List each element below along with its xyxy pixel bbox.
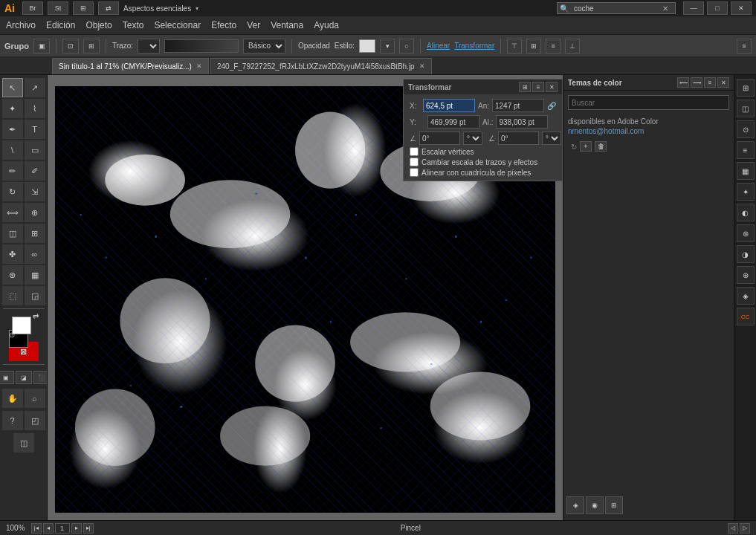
hand-tool[interactable]: ✋ — [2, 389, 23, 408]
angle1-input[interactable] — [419, 132, 460, 145]
panel-bottom-icon-3[interactable]: ⊞ — [605, 496, 623, 514]
adobe-color-link[interactable]: nmentos@hotmail.com — [568, 127, 729, 135]
paintbrush-tool[interactable]: ✏ — [2, 161, 23, 181]
selection-tool[interactable]: ↖ — [2, 78, 23, 97]
workspace-selector[interactable]: Aspectos esenciales — [123, 4, 191, 13]
far-right-icon-8[interactable]: ⊛ — [737, 224, 755, 242]
far-right-icon-6[interactable]: ✦ — [737, 183, 755, 201]
search-bar[interactable]: 🔍 ✕ — [557, 2, 676, 14]
far-right-icon-cc[interactable]: CC — [737, 308, 755, 325]
screen-mode-2[interactable]: ◪ — [16, 371, 32, 384]
minimize-button[interactable]: — — [683, 1, 704, 15]
far-right-icon-9[interactable]: ◑ — [737, 245, 755, 263]
pencil-tool[interactable]: ✐ — [25, 161, 45, 181]
far-right-icon-5[interactable]: ▦ — [737, 162, 755, 180]
stock-icon[interactable]: St — [48, 1, 68, 15]
refresh-button[interactable]: ↻ — [571, 143, 577, 151]
far-right-icon-7[interactable]: ◐ — [737, 204, 755, 221]
far-right-icon-3[interactable]: ⊙ — [737, 120, 755, 138]
bridge-icon[interactable]: Br — [22, 1, 43, 15]
view-toggle[interactable]: ⊞ — [73, 1, 94, 15]
menu-seleccionar[interactable]: Seleccionar — [154, 20, 201, 30]
align-icon-2[interactable]: ⊞ — [526, 39, 541, 54]
status-icon-2[interactable]: ▷ — [740, 523, 750, 534]
panel-bottom-icon-1[interactable]: ◈ — [566, 496, 584, 514]
reset-colors-icon[interactable]: ⊙ — [9, 331, 15, 339]
align-grid-icon[interactable]: ⊞ — [519, 82, 531, 92]
menu-objeto[interactable]: Objeto — [85, 20, 112, 30]
alinear-btn[interactable]: Alinear — [427, 42, 450, 50]
screen-mode-3[interactable]: ⬛ — [33, 371, 48, 384]
artboard-tool[interactable]: ⬚ — [2, 286, 23, 305]
menu-texto[interactable]: Texto — [123, 20, 144, 30]
stroke-style-select[interactable]: Básico — [243, 39, 285, 54]
menu-ver[interactable]: Ver — [247, 20, 260, 30]
transformar-btn[interactable]: Transformar — [454, 42, 494, 50]
far-right-icon-1[interactable]: ⊞ — [737, 79, 755, 97]
arrow-icon[interactable]: ⇄ — [98, 1, 119, 15]
artboard-mgr[interactable]: ◫ — [13, 433, 34, 453]
rotate-tool[interactable]: ↻ — [2, 182, 23, 201]
magic-wand-tool[interactable]: ✦ — [2, 99, 23, 118]
menu-edicion[interactable]: Edición — [46, 20, 75, 30]
x-input[interactable] — [423, 99, 475, 112]
isolate-btn[interactable]: ⊡ — [62, 39, 79, 54]
tab-0-close[interactable]: ✕ — [196, 62, 202, 70]
zoom-tool[interactable]: ⌕ — [25, 389, 45, 408]
color-panel-close[interactable]: ✕ — [717, 77, 729, 88]
scale-tool[interactable]: ⇲ — [25, 182, 45, 201]
screen-mode-1[interactable]: ▣ — [0, 371, 14, 384]
add-button[interactable]: + — [580, 141, 592, 152]
panel-opt-1[interactable]: ≡ — [737, 39, 752, 54]
color-search-input[interactable] — [568, 95, 729, 110]
nav-prev-btn[interactable]: ◂ — [43, 523, 54, 534]
color-panel-icon-1[interactable]: ⟵ — [677, 77, 689, 88]
tab-1[interactable]: 240_F_79227252_fRJxLbLtXZzw2D2tyyuM14i58… — [210, 58, 432, 74]
menu-efecto[interactable]: Efecto — [211, 20, 236, 30]
symbol-tool[interactable]: ⊛ — [2, 265, 23, 285]
status-icon-1[interactable]: ◁ — [728, 523, 738, 534]
nav-first-btn[interactable]: |◂ — [31, 523, 42, 534]
nav-next-btn[interactable]: ▸ — [71, 523, 82, 534]
eyedropper-tool[interactable]: ✤ — [2, 244, 23, 264]
far-right-icon-10[interactable]: ⊕ — [737, 266, 755, 284]
blend-tool[interactable]: ∞ — [25, 244, 45, 264]
lock-icon[interactable]: 🔗 — [547, 102, 556, 110]
group-option-1[interactable]: ▣ — [33, 39, 50, 54]
far-right-icon-11[interactable]: ◈ — [737, 287, 755, 305]
menu-ayuda[interactable]: Ayuda — [314, 20, 339, 30]
pen-tool[interactable]: ✒ — [2, 120, 23, 139]
direct-selection-tool[interactable]: ↗ — [25, 78, 45, 97]
gradient-tool[interactable]: ◫ — [2, 224, 23, 243]
trazo-select[interactable] — [138, 39, 160, 54]
swap-colors-icon[interactable]: ⇄ — [33, 312, 39, 320]
type-tool[interactable]: T — [25, 120, 45, 139]
angle1-select[interactable]: ° — [463, 132, 482, 145]
menu-ventana[interactable]: Ventana — [271, 20, 303, 30]
color-panel-menu[interactable]: ≡ — [704, 77, 716, 88]
lasso-tool[interactable]: ⌇ — [25, 99, 45, 118]
shape-builder-tool[interactable]: ⊕ — [25, 203, 45, 222]
style-swatch[interactable] — [359, 39, 375, 53]
tab-0[interactable]: Sin título-1 al 71% (CMYK/Previsualiz...… — [52, 58, 209, 74]
arrange-btn[interactable]: ⊞ — [83, 39, 100, 54]
an-input[interactable] — [492, 99, 544, 112]
tab-1-close[interactable]: ✕ — [419, 62, 425, 70]
align-icon-3[interactable]: ≡ — [546, 39, 560, 54]
line-tool[interactable]: \ — [2, 140, 23, 160]
style-option[interactable]: ○ — [399, 39, 414, 54]
search-clear-button[interactable]: ✕ — [660, 4, 671, 13]
slice-tool[interactable]: ◲ — [25, 286, 45, 305]
al-input[interactable] — [496, 115, 548, 129]
close-button[interactable]: ✕ — [731, 1, 752, 15]
width-tool[interactable]: ⟺ — [2, 203, 23, 222]
mesh-tool[interactable]: ⊞ — [25, 224, 45, 243]
panel-bottom-icon-2[interactable]: ◉ — [586, 496, 604, 514]
rect-tool[interactable]: ▭ — [25, 140, 45, 160]
alinear-cuadricula-checkbox[interactable] — [410, 168, 419, 177]
angle2-input[interactable] — [498, 132, 539, 145]
extra-tool-2[interactable]: ◰ — [25, 411, 45, 430]
escalar-vertices-checkbox[interactable] — [410, 147, 419, 156]
menu-archivo[interactable]: Archivo — [6, 20, 36, 30]
far-right-icon-4[interactable]: ≡ — [737, 141, 755, 159]
